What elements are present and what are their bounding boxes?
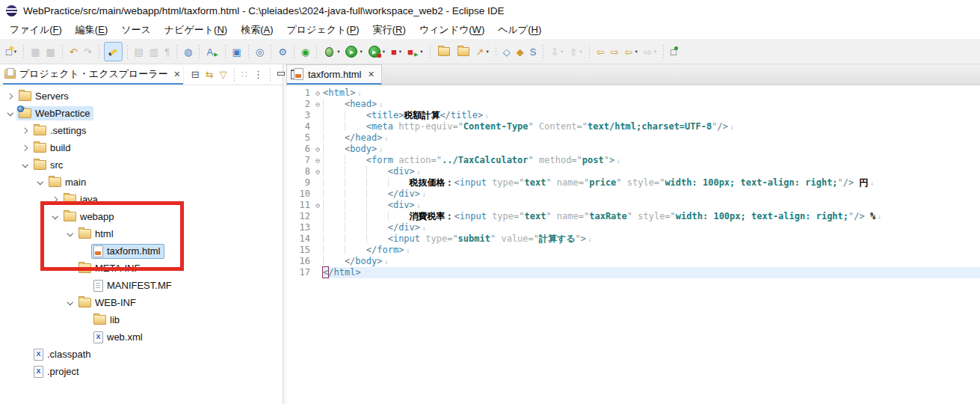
editor-tab-close-icon[interactable]: × (369, 69, 375, 79)
line-number[interactable]: 2 (291, 99, 312, 110)
dropdown-arrow-icon[interactable]: ▾ (383, 49, 385, 55)
open-web-browser-button[interactable]: ◍ (182, 43, 194, 61)
tree-item-.project[interactable]: .project (0, 363, 283, 380)
save-button[interactable]: ▦ (28, 43, 42, 61)
fold-marker-icon[interactable]: ⊖ (312, 200, 323, 211)
expander-open-icon[interactable] (64, 233, 76, 236)
tree-item-.classpath[interactable]: .classpath (0, 346, 283, 363)
expander-open-icon[interactable] (64, 267, 76, 270)
line-number[interactable]: 12 (291, 211, 312, 222)
last-edit-location-button[interactable]: ⇦ (594, 43, 607, 61)
menu-item-ファイル[interactable]: ファイル(F) (3, 22, 69, 38)
focus-button[interactable]: ∷ (239, 67, 250, 83)
previous-annotation-button[interactable]: ▥ (147, 43, 161, 61)
line-number[interactable]: 15 (291, 245, 312, 256)
menu-item-検索[interactable]: 検索(A) (234, 22, 280, 38)
explore-button[interactable]: ◎ (253, 43, 266, 61)
line-number[interactable]: 3 (291, 110, 312, 121)
tree-item-WEB-INF[interactable]: WEB-INF (0, 294, 283, 311)
external-tools-button[interactable]: ↗▾ (474, 43, 491, 61)
menu-item-プロジェクト[interactable]: プロジェクト(P) (280, 22, 366, 38)
fold-marker-icon[interactable]: ⊖ (312, 144, 323, 155)
open-task-button[interactable] (435, 43, 453, 61)
menu-item-編集[interactable]: 編集(E) (69, 22, 114, 38)
tree-item-.settings[interactable]: .settings (0, 122, 283, 139)
code-editor[interactable]: 1⊖<html>↓2⊖<head>↓3<title>税額計算</title>↓4… (286, 85, 980, 404)
line-number[interactable]: 7 (291, 155, 312, 166)
expander-open-icon[interactable] (19, 164, 31, 167)
dropdown-arrow-icon[interactable]: ▾ (487, 49, 489, 55)
undo-button[interactable]: ↶ (67, 43, 80, 61)
expander-open-icon[interactable] (4, 112, 16, 115)
expander-open-icon[interactable] (34, 181, 46, 184)
tree-item-web.xml[interactable]: web.xml (0, 328, 283, 346)
tree-item-webapp[interactable]: webapp (0, 208, 283, 225)
link-with-editor-button[interactable]: ⇆ (203, 67, 216, 83)
line-number[interactable]: 9 (291, 177, 312, 189)
line-number[interactable]: 5 (291, 132, 312, 144)
dropdown-arrow-icon[interactable]: ▾ (399, 49, 401, 55)
forward-button[interactable]: ⇨▾ (641, 43, 659, 61)
tree-item-main[interactable]: main (0, 174, 283, 191)
view-menu-button[interactable]: ⋮ (251, 67, 265, 83)
coverage-button[interactable]: ▶▾ (366, 43, 387, 61)
new-servlet-button[interactable]: S (528, 43, 539, 61)
terminate-relaunch-button[interactable]: ■▶▾ (405, 43, 425, 61)
menu-item-ナビゲート[interactable]: ナビゲート(N) (158, 22, 234, 38)
line-number[interactable]: 17 (291, 267, 312, 278)
expander-closed-icon[interactable] (49, 198, 61, 202)
tree-item-html[interactable]: html (0, 225, 283, 242)
fold-marker-icon[interactable]: ⊖ (312, 99, 323, 110)
next-annotation-button[interactable]: ▤ (132, 43, 146, 61)
tree-item-META-INF[interactable]: META-INF (0, 260, 283, 277)
mark-occurrences-button[interactable] (104, 42, 123, 61)
start-server-button[interactable]: ◉ (299, 43, 312, 61)
dropdown-arrow-icon[interactable]: ▾ (14, 49, 16, 55)
explorer-close-icon[interactable]: × (174, 69, 180, 79)
expander-closed-icon[interactable] (19, 129, 31, 133)
run-button[interactable]: ▶▾ (343, 43, 364, 61)
collapse-all-button[interactable]: ⊟ (189, 67, 202, 83)
line-number[interactable]: 4 (291, 121, 312, 132)
menu-item-実行[interactable]: 実行(R) (366, 22, 413, 38)
new-css-button[interactable]: ◆ (514, 43, 526, 61)
stop-button[interactable]: ■▾ (389, 43, 404, 61)
run-jsp-button[interactable]: A▶ (204, 43, 220, 61)
pin-editor-button[interactable]: □ (668, 43, 679, 61)
tree-item-WebPractice[interactable]: WebPractice (0, 105, 283, 122)
expander-closed-icon[interactable] (19, 146, 31, 150)
expander-closed-icon[interactable] (4, 94, 16, 99)
dropdown-arrow-icon[interactable]: ▾ (420, 49, 422, 55)
line-number[interactable]: 14 (291, 233, 312, 245)
line-number[interactable]: 6 (291, 144, 312, 155)
dropdown-arrow-icon[interactable]: ▾ (561, 49, 563, 55)
filter-button[interactable]: ▽ (218, 67, 229, 83)
dropdown-arrow-icon[interactable]: ▾ (654, 49, 656, 55)
menu-item-ウィンドウ[interactable]: ウィンドウ(W) (413, 22, 491, 38)
line-number[interactable]: 13 (291, 222, 312, 233)
line-number[interactable]: 8 (291, 166, 312, 177)
tree-item-taxform.html[interactable]: taxform.html (0, 242, 283, 260)
export-button[interactable]: ⇧▾ (567, 43, 585, 61)
redo-button[interactable]: ↷ (81, 43, 94, 61)
line-number[interactable]: 1 (291, 88, 312, 99)
fold-marker-icon[interactable]: ⊖ (312, 88, 323, 99)
console-button[interactable]: ▣ (230, 43, 244, 61)
menu-item-ソース[interactable]: ソース (114, 22, 158, 38)
dropdown-arrow-icon[interactable]: ▾ (580, 49, 582, 55)
new-jsp-button[interactable]: ◇ (501, 43, 513, 61)
line-number[interactable]: 10 (291, 189, 312, 200)
tree-item-build[interactable]: build (0, 139, 283, 156)
fold-marker-icon[interactable]: ⊖ (312, 155, 323, 166)
import-button[interactable]: ⇩▾ (548, 43, 565, 61)
expander-open-icon[interactable] (49, 215, 61, 218)
show-whitespace-button[interactable]: ¶ (162, 43, 172, 61)
menu-item-ヘルプ[interactable]: ヘルプ(H) (491, 22, 548, 38)
expander-open-icon[interactable] (64, 302, 76, 304)
tree-item-lib[interactable]: lib (0, 311, 283, 328)
minimize-view-button[interactable] (275, 67, 287, 83)
tree-item-Servers[interactable]: Servers (0, 88, 283, 105)
back-button[interactable]: ⇦▾ (623, 43, 640, 61)
dropdown-arrow-icon[interactable]: ▾ (360, 49, 362, 55)
dropdown-arrow-icon[interactable]: ▾ (337, 49, 339, 55)
